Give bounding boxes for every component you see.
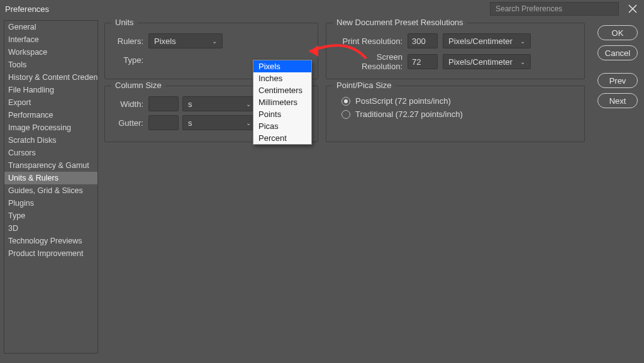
width-label: Width:	[114, 99, 148, 109]
gutter-unit-dropdown[interactable]: s ⌄	[182, 115, 257, 130]
sidebar-item-type[interactable]: Type	[4, 209, 97, 222]
radio-postscript[interactable]: PostScript (72 points/inch)	[341, 96, 575, 106]
screen-resolution-input[interactable]	[408, 54, 438, 69]
sidebar-item-image-processing[interactable]: Image Processing	[4, 121, 97, 134]
print-resolution-unit-dropdown[interactable]: Pixels/Centimeter ⌄	[443, 33, 531, 48]
gutter-input[interactable]	[148, 115, 179, 130]
section-title-resolutions: New Document Preset Resolutions	[333, 18, 467, 27]
print-resolution-input[interactable]	[408, 33, 438, 48]
resolutions-section: New Document Preset Resolutions Print Re…	[326, 23, 585, 79]
prev-button[interactable]: Prev	[597, 73, 638, 88]
print-resolution-label: Print Resolution:	[335, 36, 408, 46]
chevron-down-icon: ⌄	[246, 101, 251, 108]
screen-resolution-label: Screen Resolution:	[335, 52, 408, 71]
type-label: Type:	[114, 55, 148, 65]
sidebar-item-scratch-disks[interactable]: Scratch Disks	[4, 134, 97, 147]
sidebar-item-file-handling[interactable]: File Handling	[4, 84, 97, 96]
sidebar-item-product-improvement[interactable]: Product Improvement	[4, 247, 97, 260]
radio-traditional[interactable]: Traditional (72.27 points/inch)	[341, 109, 575, 119]
gutter-label: Gutter:	[114, 118, 148, 128]
close-button[interactable]	[625, 1, 640, 16]
search-preferences-input[interactable]	[490, 2, 619, 16]
dropdown-option-points[interactable]: Points	[253, 108, 311, 120]
rulers-dropdown-value: Pixels	[154, 36, 176, 46]
radio-postscript-label: PostScript (72 points/inch)	[355, 96, 451, 106]
gutter-unit-value: s	[188, 118, 192, 128]
sidebar-item-interface[interactable]: Interface	[4, 33, 97, 46]
sidebar-item-3d[interactable]: 3D	[4, 222, 97, 235]
width-input[interactable]	[148, 96, 179, 111]
sidebar-item-plugins[interactable]: Plugins	[4, 197, 97, 209]
rulers-label: Rulers:	[114, 36, 148, 46]
sidebar-item-tools[interactable]: Tools	[4, 59, 97, 71]
sidebar-item-transparency-gamut[interactable]: Transparency & Gamut	[4, 159, 97, 172]
sidebar-item-workspace[interactable]: Workspace	[4, 46, 97, 59]
screen-resolution-unit-value: Pixels/Centimeter	[448, 57, 513, 67]
close-icon	[628, 4, 637, 13]
sidebar-item-units-rulers[interactable]: Units & Rulers	[4, 172, 97, 184]
point-pica-section: Point/Pica Size PostScript (72 points/in…	[326, 86, 585, 142]
rulers-dropdown-menu[interactable]: PixelsInchesCentimetersMillimetersPoints…	[253, 60, 312, 145]
ok-button[interactable]: OK	[597, 25, 638, 40]
title-bar: Preferences	[0, 0, 644, 18]
next-button[interactable]: Next	[597, 93, 638, 108]
width-unit-value: s	[188, 99, 192, 109]
cancel-button[interactable]: Cancel	[597, 45, 638, 60]
sidebar-item-performance[interactable]: Performance	[4, 109, 97, 121]
rulers-dropdown[interactable]: Pixels ⌄	[148, 33, 223, 48]
sidebar-item-technology-previews[interactable]: Technology Previews	[4, 235, 97, 247]
preferences-content: Units Rulers: Pixels ⌄ Type: ⌄	[98, 18, 644, 363]
sidebar-item-general[interactable]: General	[4, 21, 97, 33]
preferences-sidebar: GeneralInterfaceWorkspaceToolsHistory & …	[0, 18, 98, 363]
dialog-buttons: OK Cancel Prev Next	[592, 23, 643, 148]
radio-icon	[341, 97, 350, 106]
section-title-units: Units	[111, 18, 138, 27]
width-unit-dropdown[interactable]: s ⌄	[182, 96, 257, 111]
chevron-down-icon: ⌄	[520, 59, 525, 65]
section-title-pointpica: Point/Pica Size	[333, 81, 395, 90]
chevron-down-icon: ⌄	[520, 38, 525, 45]
dropdown-option-inches[interactable]: Inches	[253, 72, 311, 84]
dropdown-option-pixels[interactable]: Pixels	[253, 60, 311, 72]
section-title-columns: Column Size	[111, 81, 165, 90]
sidebar-item-history-content-credentials[interactable]: History & Content Credentials	[4, 71, 97, 84]
sidebar-item-guides-grid-slices[interactable]: Guides, Grid & Slices	[4, 184, 97, 197]
dropdown-option-centimeters[interactable]: Centimeters	[253, 84, 311, 96]
print-resolution-unit-value: Pixels/Centimeter	[448, 36, 513, 46]
window-title: Preferences	[5, 4, 49, 14]
dropdown-option-percent[interactable]: Percent	[253, 132, 311, 144]
chevron-down-icon: ⌄	[246, 120, 251, 126]
chevron-down-icon: ⌄	[212, 38, 217, 45]
dropdown-option-picas[interactable]: Picas	[253, 120, 311, 132]
radio-icon	[341, 110, 350, 119]
dropdown-option-millimeters[interactable]: Millimeters	[253, 96, 311, 108]
sidebar-item-cursors[interactable]: Cursors	[4, 147, 97, 159]
screen-resolution-unit-dropdown[interactable]: Pixels/Centimeter ⌄	[443, 54, 531, 69]
sidebar-item-export[interactable]: Export	[4, 96, 97, 109]
radio-traditional-label: Traditional (72.27 points/inch)	[355, 109, 463, 119]
